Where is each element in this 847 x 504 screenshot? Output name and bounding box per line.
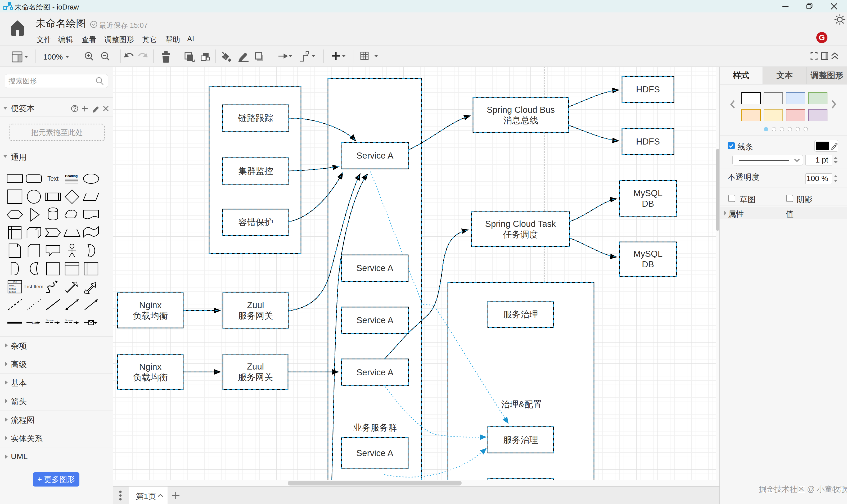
svg-text:集群监控: 集群监控: [238, 166, 273, 176]
svg-text:HDFS: HDFS: [636, 85, 660, 94]
svg-text:DB: DB: [642, 199, 654, 209]
svg-text:服务治理: 服务治理: [503, 309, 538, 319]
svg-text:List: List: [13, 280, 17, 283]
svg-text:Nginx: Nginx: [139, 300, 162, 310]
svg-text:Source: Source: [65, 319, 73, 322]
svg-text:Zuul: Zuul: [247, 362, 264, 372]
svg-text:Service A: Service A: [357, 315, 393, 325]
svg-text:链路跟踪: 链路跟踪: [238, 113, 273, 123]
svg-text:负载均衡: 负载均衡: [133, 373, 168, 382]
svg-text:Service A: Service A: [357, 150, 393, 160]
svg-text:服务网关: 服务网关: [238, 372, 273, 382]
svg-text:Service A: Service A: [356, 263, 393, 273]
svg-text:MySQL: MySQL: [633, 249, 663, 258]
svg-text:HDFS: HDFS: [636, 137, 660, 146]
svg-text:服务治理: 服务治理: [503, 435, 538, 445]
svg-text:List Item: List Item: [24, 284, 43, 289]
svg-text:任务调度: 任务调度: [503, 230, 538, 239]
svg-text:治理&配置: 治理&配置: [501, 399, 542, 409]
svg-text:Item 3: Item 3: [9, 291, 16, 293]
svg-text:服务网关: 服务网关: [238, 311, 273, 321]
svg-text:Source: Source: [46, 319, 54, 322]
svg-text:Item 1: Item 1: [9, 284, 16, 287]
svg-text:MySQL: MySQL: [633, 188, 663, 198]
svg-text:消息总线: 消息总线: [503, 115, 538, 125]
svg-text:Spring Cloud Bus: Spring Cloud Bus: [487, 105, 555, 114]
svg-text:Item 2: Item 2: [9, 287, 16, 290]
svg-text:业务服务群: 业务服务群: [353, 423, 397, 433]
svg-text:Service A: Service A: [356, 448, 393, 458]
svg-text:Service A: Service A: [357, 367, 393, 377]
svg-text:Zuul: Zuul: [247, 300, 264, 310]
svg-text:Heading: Heading: [65, 174, 77, 178]
svg-text:负载均衡: 负载均衡: [133, 311, 168, 321]
svg-text:容错保护: 容错保护: [238, 217, 273, 227]
svg-text:100%: 100%: [43, 53, 63, 61]
svg-text:Nginx: Nginx: [139, 362, 162, 372]
svg-text:Spring Cloud Task: Spring Cloud Task: [485, 219, 556, 229]
svg-text:Text: Text: [48, 175, 59, 182]
svg-text:DB: DB: [642, 259, 654, 269]
